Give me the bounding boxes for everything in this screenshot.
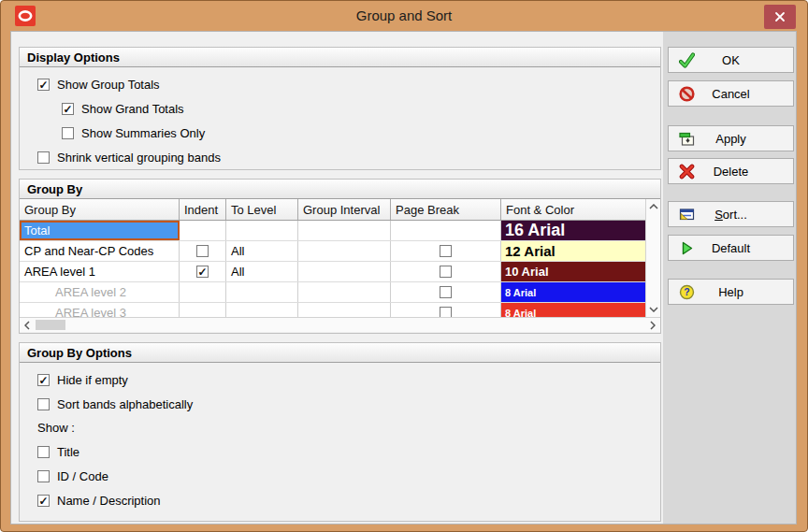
group-by-section: Group By Group ByIndentTo LevelGroup Int… xyxy=(19,179,661,334)
cell-indent[interactable] xyxy=(180,221,226,240)
checkbox-row-name-description[interactable]: ✓Name / Description xyxy=(37,495,660,507)
column-header-indent: Indent xyxy=(180,199,226,220)
ok-button-label: OK xyxy=(669,53,793,67)
cell-font-color[interactable]: 8 Arial xyxy=(501,303,660,317)
cell-to-level[interactable] xyxy=(226,221,298,240)
cell-page-break[interactable] xyxy=(391,262,501,281)
checkbox-row-hide-if-empty[interactable]: ✓Hide if empty xyxy=(37,374,660,386)
cell-page-break[interactable] xyxy=(391,241,501,261)
horizontal-scrollbar[interactable] xyxy=(20,317,660,332)
checkbox-show-summaries-only[interactable] xyxy=(62,127,74,139)
window-title: Group and Sort xyxy=(1,7,807,23)
cell-group-by[interactable]: Total xyxy=(20,221,180,240)
checkbox-label: ID / Code xyxy=(57,469,108,483)
page-break-checkbox-area-level-3[interactable] xyxy=(440,307,452,317)
show-label: Show : xyxy=(20,422,660,434)
cell-to-level[interactable] xyxy=(226,282,298,302)
checkbox-sort-bands-alphabetically[interactable] xyxy=(37,398,50,410)
indent-checkbox-cp-and-near-cp-codes[interactable] xyxy=(196,245,209,257)
checkbox-label: Show Grand Totals xyxy=(81,102,184,116)
column-header-font-color: Font & Color xyxy=(501,199,660,220)
group-by-table: Group ByIndentTo LevelGroup IntervalPage… xyxy=(20,199,660,332)
cell-to-level[interactable]: All xyxy=(226,241,298,261)
table-row-area-level-1: AREA level 1✓All10 Arial xyxy=(20,262,660,282)
default-button[interactable]: Default xyxy=(668,235,794,261)
group-by-options-header: Group By Options xyxy=(20,343,660,363)
help-button[interactable]: ? Help xyxy=(668,279,794,305)
close-button[interactable] xyxy=(764,5,796,29)
close-icon xyxy=(774,11,786,22)
checkbox-shrink-vertical-grouping-bands[interactable] xyxy=(37,151,50,164)
delete-button-label: Delete xyxy=(669,165,793,179)
indent-checkbox-area-level-1[interactable]: ✓ xyxy=(196,266,209,278)
checkbox-name-description[interactable]: ✓ xyxy=(37,495,50,507)
cell-page-break[interactable] xyxy=(391,282,501,302)
cell-indent[interactable] xyxy=(180,241,226,261)
cell-group-by[interactable]: AREA level 1 xyxy=(20,262,180,281)
checkbox-row-id-code[interactable]: ID / Code xyxy=(37,470,660,482)
sort-button-label: Sort... xyxy=(669,208,793,222)
apply-button-label: Apply xyxy=(669,132,793,146)
checkbox-row-show-grand-totals[interactable]: ✓Show Grand Totals xyxy=(62,103,660,115)
cell-group-interval[interactable] xyxy=(298,221,391,240)
page-break-checkbox-area-level-2[interactable] xyxy=(440,286,452,298)
group-by-options-section: Group By Options ✓Hide if emptySort band… xyxy=(19,342,661,522)
cell-font-color[interactable]: 8 Arial xyxy=(501,282,660,302)
table-row-area-level-3: AREA level 38 Arial xyxy=(20,303,660,317)
table-header-row: Group ByIndentTo LevelGroup IntervalPage… xyxy=(20,199,660,221)
checkbox-title[interactable] xyxy=(37,446,50,458)
checkbox-row-shrink-vertical-grouping-bands[interactable]: Shrink vertical grouping bands xyxy=(37,151,660,164)
checkbox-hide-if-empty[interactable]: ✓ xyxy=(37,374,50,386)
delete-button[interactable]: Delete xyxy=(668,158,794,184)
checkbox-show-grand-totals[interactable]: ✓ xyxy=(62,103,74,115)
scroll-left-icon[interactable] xyxy=(20,318,35,333)
cell-font-color[interactable]: 12 Arial xyxy=(501,241,660,261)
column-header-group-by: Group By xyxy=(20,199,180,220)
cell-group-by[interactable]: AREA level 2 xyxy=(20,282,180,302)
checkbox-id-code[interactable] xyxy=(37,470,50,482)
table-row-total: Total16 Arial xyxy=(20,221,660,241)
cell-group-interval[interactable] xyxy=(298,262,391,281)
group-and-sort-dialog: Group and Sort Display Options ✓Show Gro… xyxy=(0,0,808,532)
ok-button[interactable]: OK xyxy=(668,47,794,73)
cell-to-level[interactable]: All xyxy=(226,262,298,281)
page-break-checkbox-area-level-1[interactable] xyxy=(440,266,452,278)
checkbox-row-show-summaries-only[interactable]: Show Summaries Only xyxy=(62,127,660,139)
scroll-right-icon[interactable] xyxy=(645,318,660,333)
cell-indent[interactable] xyxy=(180,282,226,302)
cell-font-color[interactable]: 16 Arial xyxy=(501,221,660,240)
checkbox-row-show-group-totals[interactable]: ✓Show Group Totals xyxy=(37,79,660,91)
cell-group-interval[interactable] xyxy=(298,241,391,261)
checkbox-show-group-totals[interactable]: ✓ xyxy=(37,79,50,91)
vertical-scrollbar[interactable] xyxy=(645,199,660,317)
scrollbar-thumb[interactable] xyxy=(36,320,65,330)
column-header-group-interval: Group Interval xyxy=(298,199,391,220)
checkbox-label: Show Group Totals xyxy=(57,78,160,92)
cancel-button-label: Cancel xyxy=(669,87,793,101)
checkbox-label: Shrink vertical grouping bands xyxy=(57,151,221,165)
cancel-button[interactable]: Cancel xyxy=(668,80,794,107)
cell-page-break[interactable] xyxy=(391,303,501,317)
cell-group-by[interactable]: AREA level 3 xyxy=(20,303,180,317)
page-break-checkbox-cp-and-near-cp-codes[interactable] xyxy=(440,245,452,257)
cell-indent[interactable]: ✓ xyxy=(180,262,226,281)
table-row-cp-and-near-cp-codes: CP and Near-CP CodesAll12 Arial xyxy=(20,241,660,262)
apply-button[interactable]: Apply xyxy=(668,125,794,151)
sort-button[interactable]: Sort... xyxy=(668,201,794,227)
cell-group-interval[interactable] xyxy=(298,282,391,302)
cell-to-level[interactable] xyxy=(226,303,298,317)
cell-group-interval[interactable] xyxy=(298,303,391,317)
cell-group-by[interactable]: CP and Near-CP Codes xyxy=(20,241,180,261)
scroll-up-icon[interactable] xyxy=(646,199,661,214)
cell-page-break[interactable] xyxy=(391,221,501,240)
scroll-down-icon[interactable] xyxy=(646,302,661,317)
checkbox-label: Show Summaries Only xyxy=(81,126,205,140)
cell-indent[interactable] xyxy=(180,303,226,317)
cell-font-color[interactable]: 10 Arial xyxy=(501,262,660,281)
checkbox-row-sort-bands-alphabetically[interactable]: Sort bands alphabetically xyxy=(37,398,660,410)
dialog-content: Display Options ✓Show Group Totals✓Show … xyxy=(10,31,797,525)
checkbox-row-title[interactable]: Title xyxy=(37,446,660,458)
table-body: Total16 ArialCP and Near-CP CodesAll12 A… xyxy=(20,221,660,317)
group-by-options-checkboxes: ✓Hide if emptySort bands alphabetically xyxy=(20,363,660,410)
titlebar: Group and Sort xyxy=(1,1,807,31)
